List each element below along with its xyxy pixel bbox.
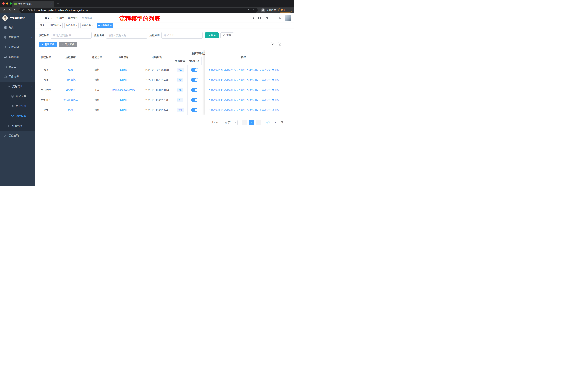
delete-link[interactable]: 删除 [272, 79, 279, 81]
tag-process-model[interactable]: 流程模型× [97, 23, 113, 28]
sidebar-item-process-model[interactable]: 流程模型 [0, 111, 35, 121]
user-avatar[interactable] [285, 15, 291, 21]
window-minimize-button[interactable] [6, 2, 8, 5]
reload-button[interactable] [13, 8, 18, 13]
process-definition-link[interactable]: 流程定义 [259, 79, 271, 81]
publish-process-link[interactable]: 发布流程 [247, 89, 258, 92]
sidebar-item-workflow[interactable]: 工作流程▾ [0, 72, 35, 81]
forward-button[interactable] [7, 8, 12, 13]
form-info-link[interactable]: biubiu [120, 109, 127, 111]
sidebar-item-process-management[interactable]: 流程管理▾ [0, 81, 35, 91]
sidebar-item-user-group[interactable]: 用户分组 [0, 101, 35, 111]
delete-link[interactable]: 删除 [272, 99, 279, 102]
publish-process-link[interactable]: 发布流程 [247, 109, 258, 112]
sidebar-item-dev-tools[interactable]: 研发工具▾ [0, 62, 35, 72]
page-size-select[interactable]: 10条/页 ▾ [221, 120, 238, 125]
process-name-link[interactable]: eeee [68, 69, 74, 71]
design-process-link[interactable]: 设计流程 [221, 79, 232, 81]
active-status-toggle[interactable] [191, 78, 198, 82]
search-icon[interactable] [251, 16, 254, 20]
modify-process-link[interactable]: 修改流程 [208, 99, 220, 102]
form-info-link[interactable]: biubiu [120, 79, 127, 81]
delete-link[interactable]: 删除 [272, 109, 279, 112]
help-icon[interactable] [265, 16, 268, 20]
design-process-link[interactable]: 设计流程 [221, 109, 232, 112]
process-definition-link[interactable]: 流程定义 [259, 69, 271, 71]
design-process-link[interactable]: 设计流程 [221, 69, 232, 71]
browser-update-button[interactable]: 更新 ⋮ [278, 8, 292, 13]
reset-button[interactable]: 重置 [220, 32, 234, 38]
browser-tab[interactable]: 芋道管理系统 ✕ [12, 1, 54, 7]
page-number-current[interactable]: 1 [249, 120, 254, 125]
form-info-link[interactable]: /bpm/oa/leave/create [112, 89, 136, 91]
publish-process-link[interactable]: 发布流程 [247, 69, 258, 71]
process-key-input[interactable] [51, 32, 92, 39]
import-process-button[interactable]: 导入流程 [59, 41, 77, 47]
process-name-link[interactable]: 自己审批 [65, 78, 76, 81]
close-icon[interactable]: × [59, 24, 61, 26]
tag-my-process[interactable]: 我的流程× [64, 23, 79, 28]
window-close-button[interactable] [2, 2, 5, 5]
back-button[interactable] [2, 8, 7, 13]
modify-process-link[interactable]: 修改流程 [208, 69, 220, 71]
process-name-link[interactable]: OA 请假 [66, 88, 75, 92]
sidebar-item-home[interactable]: 首页 [0, 23, 35, 32]
new-tab-button[interactable]: + [57, 2, 59, 5]
tag-process-form[interactable]: 流程表单× [80, 23, 95, 28]
fullscreen-icon[interactable] [271, 16, 275, 20]
process-name-input[interactable] [106, 32, 147, 39]
create-process-button[interactable]: 新建流程 [39, 41, 57, 47]
breadcrumb-item[interactable]: 工作流程 [54, 16, 64, 20]
github-icon[interactable] [258, 16, 261, 20]
process-definition-link[interactable]: 流程定义 [259, 99, 271, 102]
modify-process-link[interactable]: 修改流程 [208, 109, 220, 112]
tag-tenant-management[interactable]: 租户管理× [48, 23, 63, 28]
refresh-table-icon-button[interactable] [278, 42, 283, 47]
show-search-icon-button[interactable] [271, 42, 276, 47]
sidebar-item-task-management[interactable]: 任务管理▾ [0, 121, 35, 131]
active-status-toggle[interactable] [191, 108, 198, 112]
close-icon[interactable]: × [110, 24, 112, 26]
modify-process-link[interactable]: 修改流程 [208, 79, 220, 81]
active-status-toggle[interactable] [191, 98, 198, 102]
sidebar-item-system-management[interactable]: 系统管理▾ [0, 32, 35, 42]
window-zoom-button[interactable] [10, 2, 12, 5]
goto-page-input[interactable] [272, 120, 279, 125]
search-button[interactable]: 搜索 [205, 32, 219, 38]
category-select[interactable]: 流程分类 ▾ [161, 32, 202, 39]
sidebar-item-infrastructure[interactable]: 基础设施▾ [0, 52, 35, 62]
form-info-link[interactable]: biubiu [120, 69, 127, 71]
assign-rule-link[interactable]: 分配规则 [234, 89, 245, 92]
assign-rule-link[interactable]: 分配规则 [234, 109, 245, 112]
close-icon[interactable]: × [76, 24, 77, 26]
sidebar-item-payment-management[interactable]: 支付管理▾ [0, 42, 35, 52]
tag-home[interactable]: 首页 [39, 23, 46, 28]
publish-process-link[interactable]: 发布流程 [247, 79, 258, 81]
close-icon[interactable]: × [92, 24, 93, 26]
sidebar-item-process-form[interactable]: 流程表单 [0, 91, 35, 101]
delete-link[interactable]: 删除 [272, 89, 279, 92]
process-definition-link[interactable]: 流程定义 [259, 109, 271, 112]
browser-menu-icon[interactable]: ⋮ [287, 9, 291, 12]
publish-process-link[interactable]: 发布流程 [247, 99, 258, 102]
process-name-link[interactable]: 测试多审批人 [63, 98, 78, 102]
breadcrumb-item[interactable]: 首页 [45, 16, 50, 20]
design-process-link[interactable]: 设计流程 [221, 99, 232, 102]
form-info-link[interactable]: biubiu [120, 99, 127, 101]
sidebar-collapse-icon[interactable] [38, 16, 42, 20]
url-text[interactable]: dashboard.yudao.iocoder.cn/bpm/manager/m… [36, 9, 88, 12]
process-definition-link[interactable]: 流程定义 [259, 89, 271, 92]
delete-link[interactable]: 删除 [272, 69, 279, 71]
active-status-toggle[interactable] [191, 68, 198, 72]
bookmark-star-icon[interactable] [252, 9, 255, 12]
tab-close-icon[interactable]: ✕ [50, 2, 52, 5]
breadcrumb-item[interactable]: 流程管理 [68, 16, 78, 20]
assign-rule-link[interactable]: 分配规则 [234, 69, 245, 71]
security-label[interactable]: 不安全 [26, 9, 33, 12]
assign-rule-link[interactable]: 分配规则 [234, 99, 245, 102]
prev-page-button[interactable] [242, 120, 247, 125]
sidebar-item-leave-query[interactable]: 请假查询 [0, 131, 35, 141]
modify-process-link[interactable]: 修改流程 [208, 89, 220, 92]
active-status-toggle[interactable] [191, 88, 198, 92]
next-page-button[interactable] [256, 120, 261, 125]
